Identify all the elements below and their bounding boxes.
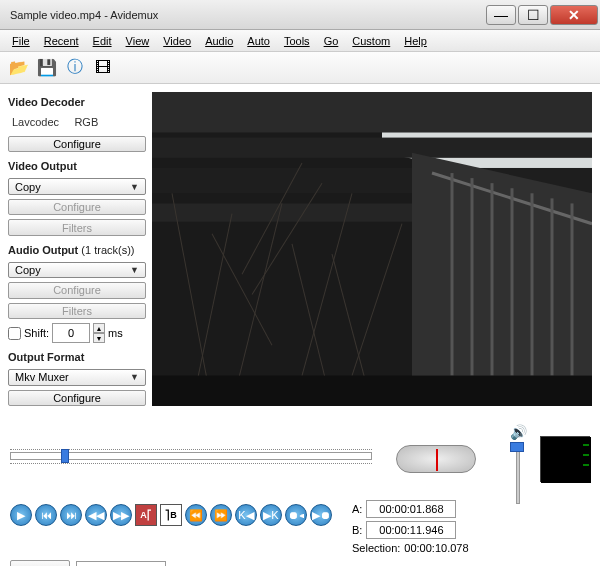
audio-output-configure-button[interactable]: Configure bbox=[8, 282, 146, 298]
shift-unit: ms bbox=[108, 327, 123, 339]
selection-info: A: B: Selection: 00:00:10.078 bbox=[352, 500, 469, 554]
video-decoder-title: Video Decoder bbox=[8, 96, 146, 108]
output-format-select[interactable]: Mkv Muxer bbox=[8, 369, 146, 385]
color-label: RGB bbox=[74, 116, 98, 128]
save-icon[interactable]: 💾 bbox=[36, 57, 58, 79]
prev-cutpoint-button[interactable]: K◀ bbox=[235, 504, 257, 526]
prev-keyframe-button[interactable]: ⏪ bbox=[185, 504, 207, 526]
svg-rect-2 bbox=[152, 92, 592, 133]
set-marker-b-button[interactable]: ⎤B bbox=[160, 504, 182, 526]
shift-checkbox[interactable] bbox=[8, 327, 21, 340]
goto-end-button[interactable]: ⏭ bbox=[60, 504, 82, 526]
left-panel: Video Decoder Lavcodec RGB Configure Vid… bbox=[8, 92, 146, 406]
output-format-title: Output Format bbox=[8, 351, 146, 363]
main-area: Video Decoder Lavcodec RGB Configure Vid… bbox=[0, 84, 600, 414]
shift-spinner: ▲ ▼ bbox=[93, 323, 105, 343]
bottom-area: 🔊 ▶ ⏮ ⏭ ◀◀ ▶▶ A⎡ ⎤B ⏪ ⏩ K◀ ▶K ⏺◀ ▶⏺ A: bbox=[0, 414, 600, 566]
window-title: Sample video.mp4 - Avidemux bbox=[10, 9, 486, 21]
marker-b-input[interactable] bbox=[366, 521, 456, 539]
volume-knob[interactable] bbox=[510, 442, 524, 452]
video-output-title: Video Output bbox=[8, 160, 146, 172]
play-button[interactable]: ▶ bbox=[10, 504, 32, 526]
menu-custom[interactable]: Custom bbox=[346, 33, 396, 49]
codec-label: Lavcodec bbox=[12, 116, 59, 128]
marker-b-label: B: bbox=[352, 524, 362, 536]
menu-edit[interactable]: Edit bbox=[87, 33, 118, 49]
maximize-button[interactable]: ☐ bbox=[518, 5, 548, 25]
prev-frame-button[interactable]: ◀◀ bbox=[85, 504, 107, 526]
next-keyframe-button[interactable]: ⏩ bbox=[210, 504, 232, 526]
menu-view[interactable]: View bbox=[120, 33, 156, 49]
next-cutpoint-button[interactable]: ▶K bbox=[260, 504, 282, 526]
window-buttons: — ☐ ✕ bbox=[486, 5, 598, 25]
timeline-handle[interactable] bbox=[61, 449, 69, 463]
shift-row: Shift: ▲ ▼ ms bbox=[8, 323, 146, 343]
menu-tools[interactable]: Tools bbox=[278, 33, 316, 49]
close-button[interactable]: ✕ bbox=[550, 5, 598, 25]
timeline[interactable] bbox=[10, 449, 372, 469]
output-format-value: Mkv Muxer bbox=[15, 371, 69, 383]
shift-down-button[interactable]: ▼ bbox=[93, 333, 105, 343]
open-icon[interactable]: 📂 bbox=[8, 57, 30, 79]
shift-up-button[interactable]: ▲ bbox=[93, 323, 105, 333]
menu-auto[interactable]: Auto bbox=[241, 33, 276, 49]
goto-start-button[interactable]: ⏮ bbox=[35, 504, 57, 526]
nav-row: ▶ ⏮ ⏭ ◀◀ ▶▶ A⎡ ⎤B ⏪ ⏩ K◀ ▶K ⏺◀ ▶⏺ bbox=[10, 504, 332, 526]
selection-label: Selection: bbox=[352, 542, 400, 554]
next-black-button[interactable]: ▶⏺ bbox=[310, 504, 332, 526]
audio-output-select[interactable]: Copy bbox=[8, 262, 146, 278]
menubar: File Recent Edit View Video Audio Auto T… bbox=[0, 30, 600, 52]
jog-wheel[interactable] bbox=[396, 445, 476, 473]
selection-value: 00:00:10.078 bbox=[404, 542, 468, 554]
project-icon[interactable]: 🎞 bbox=[92, 57, 114, 79]
video-output-select[interactable]: Copy bbox=[8, 178, 146, 194]
video-preview bbox=[152, 92, 592, 406]
next-frame-button[interactable]: ▶▶ bbox=[110, 504, 132, 526]
menu-video[interactable]: Video bbox=[157, 33, 197, 49]
info-icon[interactable]: ⓘ bbox=[64, 57, 86, 79]
shift-input[interactable] bbox=[52, 323, 90, 343]
output-format-configure-button[interactable]: Configure bbox=[8, 390, 146, 406]
menu-audio[interactable]: Audio bbox=[199, 33, 239, 49]
audio-output-title: Audio Output (1 track(s)) bbox=[8, 244, 146, 256]
video-output-value: Copy bbox=[15, 181, 41, 193]
svg-rect-3 bbox=[152, 138, 592, 158]
toolbar: 📂 💾 ⓘ 🎞 bbox=[0, 52, 600, 84]
svg-marker-6 bbox=[412, 153, 592, 406]
audio-output-title-text: Audio Output bbox=[8, 244, 78, 256]
marker-a-label: A: bbox=[352, 503, 362, 515]
titlebar: Sample video.mp4 - Avidemux — ☐ ✕ bbox=[0, 0, 600, 30]
prev-black-button[interactable]: ⏺◀ bbox=[285, 504, 307, 526]
audio-tracks-count: (1 track(s)) bbox=[81, 244, 134, 256]
svg-rect-26 bbox=[541, 437, 591, 483]
time-button[interactable]: Time: bbox=[10, 560, 70, 566]
set-marker-a-button[interactable]: A⎡ bbox=[135, 504, 157, 526]
time-input[interactable] bbox=[76, 561, 166, 566]
marker-a-input[interactable] bbox=[366, 500, 456, 518]
volume-slider[interactable]: 🔊 bbox=[510, 424, 526, 494]
svg-rect-25 bbox=[152, 376, 592, 406]
video-output-filters-button[interactable]: Filters bbox=[8, 219, 146, 235]
audio-output-filters-button[interactable]: Filters bbox=[8, 303, 146, 319]
menu-help[interactable]: Help bbox=[398, 33, 433, 49]
timeline-row: 🔊 bbox=[10, 424, 590, 494]
menu-file[interactable]: File bbox=[6, 33, 36, 49]
menu-recent[interactable]: Recent bbox=[38, 33, 85, 49]
minimize-button[interactable]: — bbox=[486, 5, 516, 25]
decoder-configure-button[interactable]: Configure bbox=[8, 136, 146, 152]
video-decoder-info: Lavcodec RGB bbox=[8, 114, 146, 132]
status-row: Time: / 00:00:11.946 Frame type: B-FRM (… bbox=[10, 560, 590, 566]
speaker-icon: 🔊 bbox=[510, 424, 526, 440]
video-output-configure-button[interactable]: Configure bbox=[8, 199, 146, 215]
audio-output-value: Copy bbox=[15, 264, 41, 276]
timeline-track[interactable] bbox=[10, 452, 372, 460]
shift-label: Shift: bbox=[24, 327, 49, 339]
thumbnail-preview bbox=[540, 436, 590, 482]
menu-go[interactable]: Go bbox=[318, 33, 345, 49]
